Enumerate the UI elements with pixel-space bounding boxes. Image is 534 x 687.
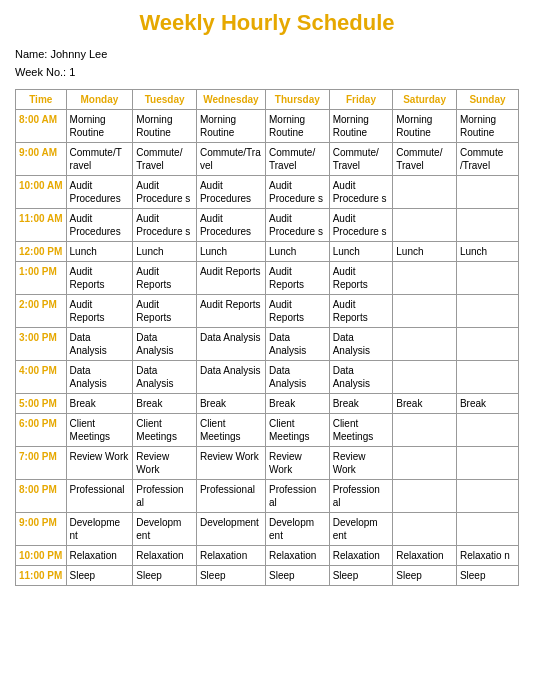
cell-monday: Data Analysis <box>66 328 133 361</box>
cell-wednesday: Professional <box>196 480 265 513</box>
cell-friday: Developm ent <box>329 513 393 546</box>
cell-friday: Audit Reports <box>329 262 393 295</box>
cell-tuesday: Audit Reports <box>133 295 197 328</box>
column-header-wednesday: Wednesday <box>196 90 265 110</box>
cell-saturday <box>393 209 457 242</box>
cell-friday: Commute/ Travel <box>329 143 393 176</box>
table-row: 9:00 PMDevelopme ntDevelopm entDevelopme… <box>16 513 519 546</box>
cell-monday: Relaxation <box>66 546 133 566</box>
cell-thursday: Audit Reports <box>266 262 330 295</box>
cell-friday: Review Work <box>329 447 393 480</box>
cell-wednesday: Break <box>196 394 265 414</box>
table-row: 7:00 PMReview WorkReview WorkReview Work… <box>16 447 519 480</box>
cell-thursday: Audit Procedure s <box>266 176 330 209</box>
cell-wednesday: Audit Reports <box>196 295 265 328</box>
cell-thursday: Data Analysis <box>266 361 330 394</box>
cell-sunday: Sleep <box>456 566 518 586</box>
cell-tuesday: Sleep <box>133 566 197 586</box>
cell-saturday: Commute/ Travel <box>393 143 457 176</box>
cell-saturday <box>393 361 457 394</box>
cell-time: 11:00 AM <box>16 209 67 242</box>
cell-friday: Data Analysis <box>329 328 393 361</box>
cell-friday: Lunch <box>329 242 393 262</box>
cell-time: 4:00 PM <box>16 361 67 394</box>
cell-time: 8:00 PM <box>16 480 67 513</box>
cell-sunday: Break <box>456 394 518 414</box>
cell-time: 6:00 PM <box>16 414 67 447</box>
cell-saturday <box>393 262 457 295</box>
cell-monday: Review Work <box>66 447 133 480</box>
table-row: 8:00 PMProfessionalProfession alProfessi… <box>16 480 519 513</box>
cell-monday: Client Meetings <box>66 414 133 447</box>
table-row: 12:00 PMLunchLunchLunchLunchLunchLunchLu… <box>16 242 519 262</box>
cell-tuesday: Relaxation <box>133 546 197 566</box>
cell-thursday: Developm ent <box>266 513 330 546</box>
cell-wednesday: Data Analysis <box>196 328 265 361</box>
cell-tuesday: Morning Routine <box>133 110 197 143</box>
cell-time: 1:00 PM <box>16 262 67 295</box>
cell-time: 5:00 PM <box>16 394 67 414</box>
cell-thursday: Lunch <box>266 242 330 262</box>
column-header-monday: Monday <box>66 90 133 110</box>
cell-saturday: Sleep <box>393 566 457 586</box>
cell-sunday <box>456 295 518 328</box>
cell-thursday: Audit Reports <box>266 295 330 328</box>
cell-time: 10:00 AM <box>16 176 67 209</box>
cell-monday: Data Analysis <box>66 361 133 394</box>
cell-sunday <box>456 480 518 513</box>
cell-monday: Audit Reports <box>66 262 133 295</box>
cell-wednesday: Audit Reports <box>196 262 265 295</box>
cell-monday: Audit Procedures <box>66 176 133 209</box>
cell-tuesday: Audit Procedure s <box>133 176 197 209</box>
cell-saturday <box>393 447 457 480</box>
cell-monday: Morning Routine <box>66 110 133 143</box>
cell-wednesday: Data Analysis <box>196 361 265 394</box>
cell-wednesday: Morning Routine <box>196 110 265 143</box>
cell-time: 3:00 PM <box>16 328 67 361</box>
cell-sunday <box>456 176 518 209</box>
cell-time: 9:00 PM <box>16 513 67 546</box>
cell-time: 11:00 PM <box>16 566 67 586</box>
cell-thursday: Review Work <box>266 447 330 480</box>
cell-saturday <box>393 328 457 361</box>
table-row: 1:00 PMAudit ReportsAudit ReportsAudit R… <box>16 262 519 295</box>
cell-friday: Break <box>329 394 393 414</box>
cell-monday: Audit Procedures <box>66 209 133 242</box>
name-label: Name: Johnny Lee <box>15 46 519 64</box>
cell-sunday: Morning Routine <box>456 110 518 143</box>
cell-tuesday: Profession al <box>133 480 197 513</box>
table-row: 10:00 AMAudit ProceduresAudit Procedure … <box>16 176 519 209</box>
cell-thursday: Audit Procedure s <box>266 209 330 242</box>
cell-saturday <box>393 176 457 209</box>
column-header-sunday: Sunday <box>456 90 518 110</box>
cell-sunday: Relaxatio n <box>456 546 518 566</box>
cell-wednesday: Development <box>196 513 265 546</box>
cell-tuesday: Commute/ Travel <box>133 143 197 176</box>
cell-thursday: Morning Routine <box>266 110 330 143</box>
cell-wednesday: Audit Procedures <box>196 176 265 209</box>
cell-tuesday: Data Analysis <box>133 361 197 394</box>
cell-wednesday: Commute/Tra vel <box>196 143 265 176</box>
cell-tuesday: Client Meetings <box>133 414 197 447</box>
cell-monday: Commute/T ravel <box>66 143 133 176</box>
column-header-time: Time <box>16 90 67 110</box>
table-row: 11:00 PMSleepSleepSleepSleepSleepSleepSl… <box>16 566 519 586</box>
cell-time: 7:00 PM <box>16 447 67 480</box>
cell-wednesday: Review Work <box>196 447 265 480</box>
cell-tuesday: Data Analysis <box>133 328 197 361</box>
table-row: 4:00 PMData AnalysisData AnalysisData An… <box>16 361 519 394</box>
cell-saturday <box>393 513 457 546</box>
cell-time: 12:00 PM <box>16 242 67 262</box>
cell-wednesday: Audit Procedures <box>196 209 265 242</box>
cell-sunday <box>456 414 518 447</box>
cell-thursday: Data Analysis <box>266 328 330 361</box>
cell-time: 8:00 AM <box>16 110 67 143</box>
cell-time: 9:00 AM <box>16 143 67 176</box>
cell-tuesday: Lunch <box>133 242 197 262</box>
cell-thursday: Relaxation <box>266 546 330 566</box>
cell-tuesday: Audit Reports <box>133 262 197 295</box>
cell-thursday: Profession al <box>266 480 330 513</box>
table-row: 2:00 PMAudit ReportsAudit ReportsAudit R… <box>16 295 519 328</box>
cell-friday: Audit Procedure s <box>329 176 393 209</box>
cell-sunday <box>456 447 518 480</box>
